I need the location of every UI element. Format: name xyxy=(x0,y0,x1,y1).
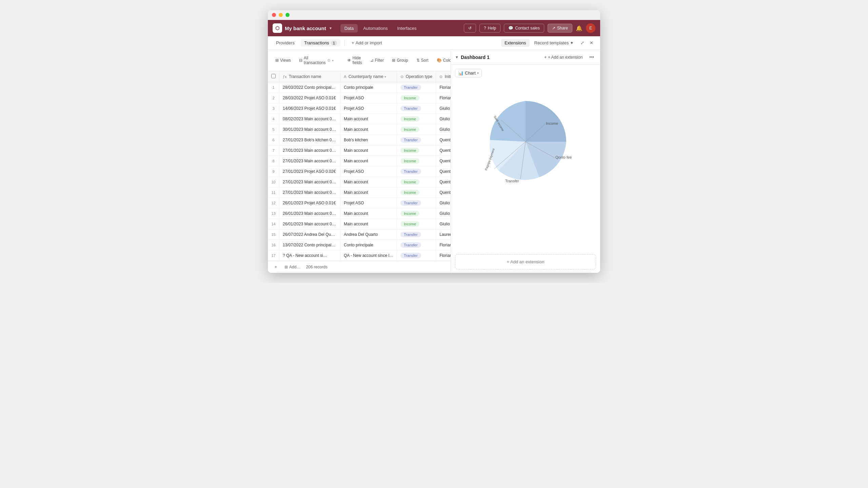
add-extension-button[interactable]: + + Add an extension xyxy=(541,54,585,61)
counterparty-name-17[interactable]: QA - New account since l… xyxy=(340,250,397,261)
initiator-2[interactable]: Florian Armand xyxy=(436,93,451,103)
operation-type-15[interactable]: Transfer xyxy=(397,229,436,240)
table-row[interactable]: 12 26/01/2023 Projet ASO 0.01€ Projet AS… xyxy=(268,198,451,208)
close-window-button[interactable] xyxy=(272,13,276,17)
filter-button[interactable]: ⊿ Filter xyxy=(368,57,387,64)
transaction-name-16[interactable]: 13/07/2022 Conto principale 0.01€ xyxy=(279,240,340,250)
checkbox-header[interactable] xyxy=(268,71,279,82)
transaction-name-7[interactable]: 27/01/2023 Main account 0.03€ xyxy=(279,145,340,156)
initiator-6[interactable]: Quentin Veletic xyxy=(436,135,451,145)
initiator-7[interactable]: Quentin Veletic xyxy=(436,145,451,156)
table-row[interactable]: 3 14/06/2023 Projet ASO 0.01€ Projet ASO… xyxy=(268,103,451,114)
counterparty-name-15[interactable]: Andrea Del Quarto xyxy=(340,229,397,240)
operation-type-10[interactable]: Income xyxy=(397,177,436,187)
transaction-name-15[interactable]: 26/07/2022 Andrea Del Quarto 0… xyxy=(279,229,340,240)
initiator-13[interactable]: Giulio Ribeiro xyxy=(436,208,451,219)
col-operation-type[interactable]: ⊙ Operation type xyxy=(397,71,436,82)
initiator-16[interactable]: Florian Armand xyxy=(436,240,451,250)
table-row[interactable]: 2 28/03/2022 Projet ASO 0.01€ Projet ASO… xyxy=(268,93,451,103)
initiator-3[interactable]: Giulio Ribeiro xyxy=(436,103,451,114)
record-templates-tab[interactable]: Record templates ✦ xyxy=(531,39,577,47)
transaction-name-4[interactable]: 08/02/2023 Main account 0.01€ xyxy=(279,114,340,124)
table-row[interactable]: 9 27/01/2023 Projet ASO 0.02€ Projet ASO… xyxy=(268,166,451,177)
counterparty-name-11[interactable]: Main account xyxy=(340,187,397,198)
add-extension-bar[interactable]: + Add an extension xyxy=(455,254,596,269)
initiator-5[interactable]: Giulio Ribeiro xyxy=(436,124,451,135)
transaction-name-6[interactable]: 27/01/2023 Bob's kitchen 0.02€ xyxy=(279,135,340,145)
transaction-name-13[interactable]: 26/01/2023 Main account 0.01€ xyxy=(279,208,340,219)
help-button[interactable]: ? Help xyxy=(479,24,500,33)
transaction-name-2[interactable]: 28/03/2022 Projet ASO 0.01€ xyxy=(279,93,340,103)
operation-type-11[interactable]: Income xyxy=(397,187,436,198)
counterparty-name-10[interactable]: Main account xyxy=(340,177,397,187)
sort-button[interactable]: ⇅ Sort xyxy=(414,57,431,64)
operation-type-16[interactable]: Transfer xyxy=(397,240,436,250)
add-import-button[interactable]: + Add or import xyxy=(349,39,385,47)
color-button[interactable]: 🎨 Color xyxy=(434,57,451,64)
counterparty-name-4[interactable]: Main account xyxy=(340,114,397,124)
initiator-9[interactable]: Quentin Veletic xyxy=(436,166,451,177)
table-row[interactable]: 11 27/01/2023 Main account 0.01€ Main ac… xyxy=(268,187,451,198)
share-button[interactable]: ↗ Share xyxy=(548,24,572,33)
operation-type-7[interactable]: Income xyxy=(397,145,436,156)
table-row[interactable]: 7 27/01/2023 Main account 0.03€ Main acc… xyxy=(268,145,451,156)
col-initiator[interactable]: ⊙ Initiator xyxy=(436,71,451,82)
contact-sales-button[interactable]: 💬 Contact sales xyxy=(504,24,544,33)
counterparty-name-13[interactable]: Main account xyxy=(340,208,397,219)
initiator-8[interactable]: Quentin Veletic xyxy=(436,156,451,166)
dashboard-collapse-icon[interactable]: ▾ xyxy=(456,55,458,60)
initiator-10[interactable]: Quentin Veletic xyxy=(436,177,451,187)
counterparty-name-9[interactable]: Projet ASO xyxy=(340,166,397,177)
counterparty-name-7[interactable]: Main account xyxy=(340,145,397,156)
initiator-15[interactable]: Laurent Huot xyxy=(436,229,451,240)
table-row[interactable]: 10 27/01/2023 Main account 0.01€ Main ac… xyxy=(268,177,451,187)
initiator-14[interactable]: Giulio Ribeiro xyxy=(436,219,451,229)
hide-fields-button[interactable]: 👁 Hide fields xyxy=(344,54,365,66)
table-row[interactable]: 17 ? QA - New account si… QA - New accou… xyxy=(268,250,451,261)
initiator-11[interactable]: Quentin Veletic xyxy=(436,187,451,198)
nav-data[interactable]: Data xyxy=(340,24,358,33)
chart-type-selector[interactable]: 📊 Chart ▾ xyxy=(455,69,482,77)
transaction-name-10[interactable]: 27/01/2023 Main account 0.01€ xyxy=(279,177,340,187)
table-row[interactable]: 16 13/07/2022 Conto principale 0.01€ Con… xyxy=(268,240,451,250)
transaction-name-5[interactable]: 30/01/2023 Main account 0.02€ xyxy=(279,124,340,135)
counterparty-name-1[interactable]: Conto principale xyxy=(340,82,397,93)
initiator-12[interactable]: Giulio Ribeiro xyxy=(436,198,451,208)
select-all-checkbox[interactable] xyxy=(271,74,276,78)
operation-type-6[interactable]: Transfer xyxy=(397,135,436,145)
counterparty-name-2[interactable]: Projet ASO xyxy=(340,93,397,103)
counterparty-name-14[interactable]: Main account xyxy=(340,219,397,229)
transaction-name-8[interactable]: 27/01/2023 Main account 0.02€ xyxy=(279,156,340,166)
all-transactions-button[interactable]: ⊟ All transactions ⚙ ▾ xyxy=(296,54,336,66)
operation-type-13[interactable]: Income xyxy=(397,208,436,219)
transaction-name-11[interactable]: 27/01/2023 Main account 0.01€ xyxy=(279,187,340,198)
transaction-name-17[interactable]: ? QA - New account si… xyxy=(279,250,340,261)
add-row-button[interactable]: + xyxy=(273,264,279,270)
table-row[interactable]: 15 26/07/2022 Andrea Del Quarto 0… Andre… xyxy=(268,229,451,240)
tab-providers[interactable]: Providers xyxy=(273,39,298,47)
table-row[interactable]: 1 28/03/2022 Conto principale 0.01€ Cont… xyxy=(268,82,451,93)
group-button[interactable]: ⊞ Group xyxy=(389,57,411,64)
views-button[interactable]: ⊞ Views xyxy=(273,57,294,64)
counterparty-name-6[interactable]: Bob's kitchen xyxy=(340,135,397,145)
extensions-tab[interactable]: Extensions xyxy=(501,39,530,47)
counterparty-name-8[interactable]: Main account xyxy=(340,156,397,166)
operation-type-5[interactable]: Income xyxy=(397,124,436,135)
app-logo[interactable]: ⬡ My bank account ▾ xyxy=(273,23,332,33)
table-row[interactable]: 5 30/01/2023 Main account 0.02€ Main acc… xyxy=(268,124,451,135)
operation-type-3[interactable]: Transfer xyxy=(397,103,436,114)
operation-type-14[interactable]: Income xyxy=(397,219,436,229)
transaction-name-3[interactable]: 14/06/2023 Projet ASO 0.01€ xyxy=(279,103,340,114)
notifications-button[interactable]: 🔔 xyxy=(576,25,583,32)
tab-transactions[interactable]: Transactions 1 xyxy=(301,39,340,47)
counterparty-name-12[interactable]: Projet ASO xyxy=(340,198,397,208)
operation-type-9[interactable]: Transfer xyxy=(397,166,436,177)
counterparty-name-16[interactable]: Conto principale xyxy=(340,240,397,250)
nav-interfaces[interactable]: Interfaces xyxy=(393,24,420,33)
operation-type-2[interactable]: Income xyxy=(397,93,436,103)
table-row[interactable]: 4 08/02/2023 Main account 0.01€ Main acc… xyxy=(268,114,451,124)
operation-type-12[interactable]: Transfer xyxy=(397,198,436,208)
counterparty-name-3[interactable]: Projet ASO xyxy=(340,103,397,114)
add-more-button[interactable]: ⊞ Add… xyxy=(282,264,302,270)
table-row[interactable]: 8 27/01/2023 Main account 0.02€ Main acc… xyxy=(268,156,451,166)
